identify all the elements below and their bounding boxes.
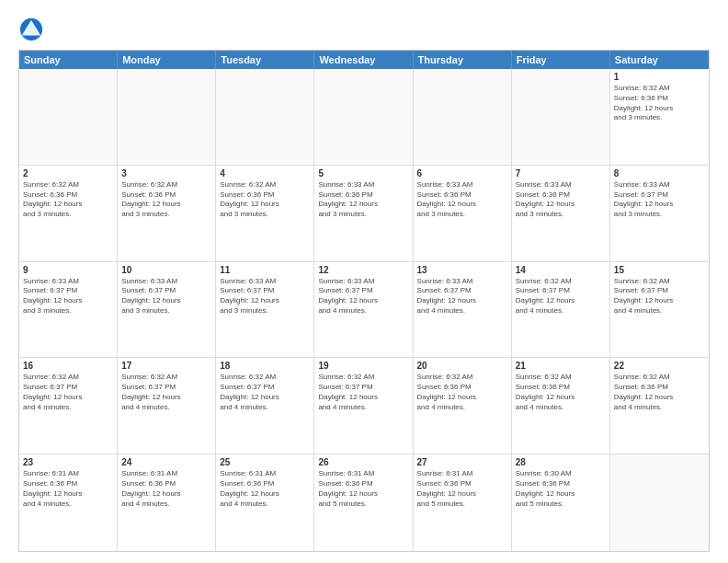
cell-date: 25: [220, 457, 310, 467]
cell-date: 6: [417, 168, 507, 178]
cell-date: 13: [417, 265, 507, 275]
calendar-cell: 22Sunrise: 6:32 AM Sunset: 6:36 PM Dayli…: [610, 358, 709, 454]
cell-info: Sunrise: 6:32 AM Sunset: 6:36 PM Dayligh…: [417, 373, 507, 412]
cell-date: 20: [417, 361, 507, 371]
calendar-cell: [610, 454, 709, 551]
cell-date: 10: [121, 265, 211, 275]
cell-date: 27: [417, 457, 507, 467]
calendar-cell: 9Sunrise: 6:33 AM Sunset: 6:37 PM Daylig…: [19, 262, 118, 358]
cell-info: Sunrise: 6:32 AM Sunset: 6:37 PM Dayligh…: [318, 373, 408, 412]
calendar-cell: 3Sunrise: 6:32 AM Sunset: 6:36 PM Daylig…: [118, 166, 216, 261]
calendar-cell: 19Sunrise: 6:32 AM Sunset: 6:37 PM Dayli…: [314, 358, 413, 454]
calendar-cell: 15Sunrise: 6:32 AM Sunset: 6:37 PM Dayli…: [610, 262, 709, 358]
calendar-cell: [314, 69, 413, 165]
cell-date: 18: [220, 361, 310, 371]
cell-info: Sunrise: 6:33 AM Sunset: 6:36 PM Dayligh…: [516, 180, 606, 220]
cell-info: Sunrise: 6:31 AM Sunset: 6:36 PM Dayligh…: [220, 469, 310, 509]
cell-info: Sunrise: 6:31 AM Sunset: 6:36 PM Dayligh…: [417, 469, 507, 509]
cell-info: Sunrise: 6:32 AM Sunset: 6:37 PM Dayligh…: [23, 373, 113, 412]
calendar-body: 1Sunrise: 6:32 AM Sunset: 6:36 PM Daylig…: [19, 69, 709, 551]
cell-info: Sunrise: 6:33 AM Sunset: 6:37 PM Dayligh…: [121, 277, 211, 316]
cell-date: 9: [23, 265, 113, 275]
calendar-cell: 28Sunrise: 6:30 AM Sunset: 6:36 PM Dayli…: [512, 454, 610, 551]
day-header: Saturday: [610, 51, 709, 69]
cell-date: 22: [614, 361, 705, 371]
header: [18, 17, 710, 42]
cell-info: Sunrise: 6:33 AM Sunset: 6:37 PM Dayligh…: [318, 277, 408, 316]
calendar-cell: 11Sunrise: 6:33 AM Sunset: 6:37 PM Dayli…: [216, 262, 314, 358]
cell-info: Sunrise: 6:33 AM Sunset: 6:36 PM Dayligh…: [417, 180, 507, 220]
calendar-cell: 26Sunrise: 6:31 AM Sunset: 6:36 PM Dayli…: [314, 454, 413, 551]
cell-date: 21: [516, 361, 606, 371]
calendar-cell: 1Sunrise: 6:32 AM Sunset: 6:36 PM Daylig…: [610, 69, 709, 165]
day-header: Thursday: [414, 51, 512, 69]
calendar-cell: 12Sunrise: 6:33 AM Sunset: 6:37 PM Dayli…: [314, 262, 413, 358]
calendar-week: 2Sunrise: 6:32 AM Sunset: 6:36 PM Daylig…: [19, 166, 709, 262]
cell-date: 24: [121, 457, 211, 467]
calendar-cell: [19, 69, 118, 165]
calendar-cell: 16Sunrise: 6:32 AM Sunset: 6:37 PM Dayli…: [19, 358, 118, 454]
cell-info: Sunrise: 6:31 AM Sunset: 6:36 PM Dayligh…: [121, 469, 211, 509]
cell-date: 3: [121, 168, 211, 178]
calendar-cell: 7Sunrise: 6:33 AM Sunset: 6:36 PM Daylig…: [512, 166, 610, 261]
day-header: Tuesday: [216, 51, 314, 69]
cell-info: Sunrise: 6:32 AM Sunset: 6:37 PM Dayligh…: [614, 277, 705, 316]
cell-date: 4: [220, 168, 310, 178]
calendar-cell: 21Sunrise: 6:32 AM Sunset: 6:36 PM Dayli…: [512, 358, 610, 454]
calendar-week: 9Sunrise: 6:33 AM Sunset: 6:37 PM Daylig…: [19, 262, 709, 359]
cell-info: Sunrise: 6:31 AM Sunset: 6:36 PM Dayligh…: [23, 469, 113, 509]
calendar-cell: 2Sunrise: 6:32 AM Sunset: 6:36 PM Daylig…: [19, 166, 118, 261]
cell-info: Sunrise: 6:32 AM Sunset: 6:36 PM Dayligh…: [614, 373, 705, 412]
calendar-week: 23Sunrise: 6:31 AM Sunset: 6:36 PM Dayli…: [19, 454, 709, 551]
cell-info: Sunrise: 6:33 AM Sunset: 6:37 PM Dayligh…: [417, 277, 507, 316]
logo: [18, 17, 48, 42]
calendar-cell: 6Sunrise: 6:33 AM Sunset: 6:36 PM Daylig…: [414, 166, 512, 261]
cell-date: 14: [516, 265, 606, 275]
calendar-cell: 23Sunrise: 6:31 AM Sunset: 6:36 PM Dayli…: [19, 454, 118, 551]
cell-date: 15: [614, 265, 705, 275]
cell-info: Sunrise: 6:33 AM Sunset: 6:37 PM Dayligh…: [220, 277, 310, 316]
logo-icon: [18, 17, 44, 42]
calendar-cell: [216, 69, 314, 165]
cell-info: Sunrise: 6:32 AM Sunset: 6:36 PM Dayligh…: [121, 180, 211, 220]
day-header: Monday: [118, 51, 216, 69]
day-headers: SundayMondayTuesdayWednesdayThursdayFrid…: [19, 51, 709, 69]
calendar-cell: 14Sunrise: 6:32 AM Sunset: 6:37 PM Dayli…: [512, 262, 610, 358]
calendar-week: 1Sunrise: 6:32 AM Sunset: 6:36 PM Daylig…: [19, 69, 709, 166]
cell-date: 23: [23, 457, 113, 467]
cell-date: 16: [23, 361, 113, 371]
cell-date: 28: [516, 457, 606, 467]
cell-date: 1: [614, 72, 705, 82]
calendar-cell: 10Sunrise: 6:33 AM Sunset: 6:37 PM Dayli…: [118, 262, 216, 358]
cell-date: 19: [318, 361, 408, 371]
calendar-cell: 13Sunrise: 6:33 AM Sunset: 6:37 PM Dayli…: [414, 262, 512, 358]
cell-info: Sunrise: 6:32 AM Sunset: 6:36 PM Dayligh…: [23, 180, 113, 220]
cell-info: Sunrise: 6:32 AM Sunset: 6:37 PM Dayligh…: [516, 277, 606, 316]
cell-info: Sunrise: 6:30 AM Sunset: 6:36 PM Dayligh…: [516, 469, 606, 509]
cell-info: Sunrise: 6:33 AM Sunset: 6:37 PM Dayligh…: [23, 277, 113, 316]
cell-date: 8: [614, 168, 705, 178]
cell-info: Sunrise: 6:33 AM Sunset: 6:36 PM Dayligh…: [318, 180, 408, 220]
cell-info: Sunrise: 6:32 AM Sunset: 6:37 PM Dayligh…: [220, 373, 310, 412]
cell-date: 5: [318, 168, 408, 178]
cell-date: 2: [23, 168, 113, 178]
cell-date: 12: [318, 265, 408, 275]
page: SundayMondayTuesdayWednesdayThursdayFrid…: [0, 0, 728, 563]
calendar-cell: [512, 69, 610, 165]
calendar-cell: [414, 69, 512, 165]
calendar-cell: 24Sunrise: 6:31 AM Sunset: 6:36 PM Dayli…: [118, 454, 216, 551]
calendar-cell: 8Sunrise: 6:33 AM Sunset: 6:37 PM Daylig…: [610, 166, 709, 261]
cell-info: Sunrise: 6:33 AM Sunset: 6:37 PM Dayligh…: [614, 180, 705, 220]
calendar-week: 16Sunrise: 6:32 AM Sunset: 6:37 PM Dayli…: [19, 358, 709, 454]
calendar-cell: [118, 69, 216, 165]
calendar: SundayMondayTuesdayWednesdayThursdayFrid…: [18, 50, 710, 552]
cell-date: 17: [121, 361, 211, 371]
cell-date: 11: [220, 265, 310, 275]
calendar-cell: 20Sunrise: 6:32 AM Sunset: 6:36 PM Dayli…: [414, 358, 512, 454]
calendar-cell: 25Sunrise: 6:31 AM Sunset: 6:36 PM Dayli…: [216, 454, 314, 551]
calendar-cell: 18Sunrise: 6:32 AM Sunset: 6:37 PM Dayli…: [216, 358, 314, 454]
day-header: Wednesday: [314, 51, 413, 69]
calendar-cell: 27Sunrise: 6:31 AM Sunset: 6:36 PM Dayli…: [414, 454, 512, 551]
cell-info: Sunrise: 6:32 AM Sunset: 6:36 PM Dayligh…: [516, 373, 606, 412]
calendar-cell: 4Sunrise: 6:32 AM Sunset: 6:36 PM Daylig…: [216, 166, 314, 261]
